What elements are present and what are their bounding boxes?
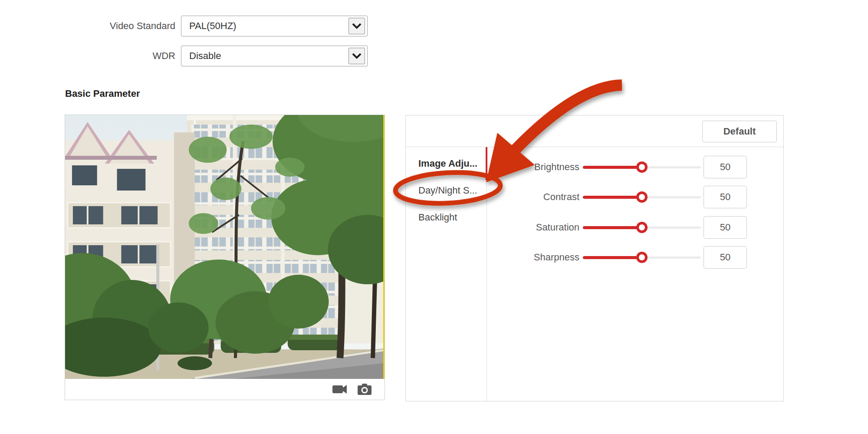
slider-track-fill bbox=[583, 196, 642, 199]
slider-handle[interactable] bbox=[636, 252, 648, 263]
brightness-slider[interactable] bbox=[583, 161, 701, 173]
wdr-select[interactable]: Disable bbox=[181, 46, 368, 66]
contrast-row: Contrast 50 bbox=[406, 186, 783, 208]
slider-handle[interactable] bbox=[636, 191, 648, 203]
street-scene bbox=[65, 115, 383, 379]
video-standard-label: Video Standard bbox=[65, 16, 175, 36]
chevron-down-icon[interactable] bbox=[349, 48, 365, 64]
live-view-container bbox=[65, 115, 385, 400]
contrast-value-field[interactable]: 50 bbox=[704, 186, 747, 208]
preview-toolbar bbox=[65, 379, 385, 400]
contrast-slider[interactable] bbox=[583, 191, 701, 203]
slider-track-fill bbox=[583, 256, 642, 259]
saturation-row: Saturation 50 bbox=[406, 216, 783, 239]
brightness-value-field[interactable]: 50 bbox=[704, 156, 747, 178]
slider-handle[interactable] bbox=[636, 222, 648, 233]
camera-preview-image bbox=[65, 115, 385, 379]
image-settings-panel: Default Image Adju... Day/Night S... Bac… bbox=[405, 115, 784, 401]
brightness-row: Brightness 50 bbox=[406, 156, 783, 178]
tab-divider bbox=[487, 147, 487, 401]
wdr-label: WDR bbox=[65, 46, 175, 66]
video-standard-value: PAL(50HZ) bbox=[189, 16, 236, 36]
snapshot-camera-icon[interactable] bbox=[357, 383, 372, 395]
video-standard-select[interactable]: PAL(50HZ) bbox=[181, 16, 368, 36]
panel-header: Default bbox=[406, 115, 783, 147]
chevron-down-icon[interactable] bbox=[349, 18, 365, 34]
saturation-value-field[interactable]: 50 bbox=[704, 216, 747, 239]
section-title: Basic Parameter bbox=[65, 88, 140, 99]
video-camera-icon[interactable] bbox=[332, 383, 348, 395]
slider-handle[interactable] bbox=[636, 161, 648, 173]
saturation-slider[interactable] bbox=[583, 222, 701, 233]
sharpness-slider[interactable] bbox=[583, 252, 701, 263]
slider-track-fill bbox=[583, 226, 642, 229]
wdr-value: Disable bbox=[189, 46, 221, 66]
brightness-label: Brightness bbox=[493, 156, 579, 178]
slider-track-fill bbox=[583, 166, 642, 169]
default-button[interactable]: Default bbox=[702, 121, 777, 142]
contrast-label: Contrast bbox=[493, 186, 579, 208]
sharpness-label: Sharpness bbox=[493, 246, 579, 269]
saturation-label: Saturation bbox=[493, 216, 579, 239]
sharpness-row: Sharpness 50 bbox=[406, 246, 783, 269]
sharpness-value-field[interactable]: 50 bbox=[704, 246, 747, 269]
